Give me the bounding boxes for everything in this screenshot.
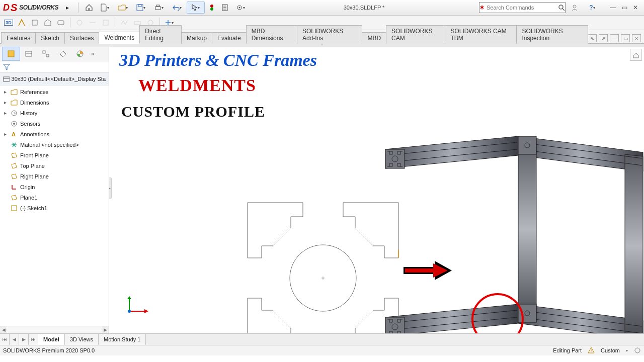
close-button[interactable]: ✕ [630,3,641,12]
svg-line-13 [562,9,565,11]
svg-point-4 [210,5,213,8]
tab-features[interactable]: Features [1,32,36,44]
file-props-icon[interactable] [219,2,231,13]
tree-item-sketch1[interactable]: (-) Sketch1 [0,203,109,213]
rebuild-icon[interactable] [206,2,218,13]
status-mode: Editing Part [553,347,582,353]
svg-rect-56 [518,136,536,154]
end-cap-icon[interactable] [55,17,66,28]
featuremanager-tab-icon[interactable] [2,47,20,61]
open-file-icon[interactable]: ▾ [114,2,131,13]
search-commands[interactable]: ✶ [479,2,566,13]
bottom-tab-3dviews[interactable]: 3D Views [65,334,99,345]
save-icon[interactable]: ▾ [132,2,149,13]
tree-item-right-plane[interactable]: Right Plane [0,171,109,182]
tree-item-material[interactable]: Material <not specified> [0,139,109,150]
tab-nav-prev-icon[interactable]: ◀ [10,334,19,345]
undo-icon[interactable]: ▾ [169,2,186,13]
plane-icon [10,162,18,170]
tab-markup[interactable]: Markup [181,32,212,44]
search-icon[interactable] [558,4,565,11]
tab-mbd[interactable]: MBD [362,32,386,44]
tab-evaluate[interactable]: Evaluate [212,32,247,44]
history-icon [10,109,18,117]
tab-sketch[interactable]: Sketch [35,32,65,44]
funnel-icon [3,63,10,70]
trim-extend-icon[interactable] [29,17,40,28]
search-input[interactable] [485,5,558,11]
options-gear-icon[interactable]: ▾ [232,2,249,13]
bottom-tab-model[interactable]: Model [38,334,65,345]
app-logo: DS SOLIDWORKS [3,2,58,14]
cmd-icon-7[interactable] [87,17,98,28]
tab-cam-tbm[interactable]: SOLIDWORKS CAM TBM [445,25,517,44]
tab-nav-first-icon[interactable]: ⏮ [0,334,10,345]
tab-addins[interactable]: SOLIDWORKS Add-Ins [297,25,362,44]
panel-min-icon[interactable]: — [610,34,619,42]
plane-icon [10,172,18,180]
cmd-icon-8[interactable] [100,17,111,28]
home-view-icon[interactable] [630,49,642,61]
weld-bead-icon[interactable] [74,17,85,28]
tree-item-dimensions[interactable]: ▸Dimensions [0,97,109,108]
svg-point-5 [210,8,213,11]
graphics-area[interactable]: ▸ 3D Printers & CNC Frames WELDMENTS CUS… [109,47,644,333]
svg-marker-41 [518,304,643,333]
3d-weldment-icon[interactable]: 3D [3,17,14,28]
displaymanager-tab-icon[interactable] [71,47,89,60]
tree-filter[interactable] [0,61,109,73]
scroll-right-icon[interactable]: ▶ [102,326,109,333]
dimxpert-tab-icon[interactable] [54,47,71,60]
tab-inspection[interactable]: SOLIDWORKS Inspection [516,25,588,44]
tab-weldments[interactable]: Weldments [99,32,140,44]
manager-more-icon[interactable]: » [89,47,97,60]
minimize-button[interactable]: — [608,3,619,12]
cmd-icon-9[interactable] [119,17,130,28]
panel-btn-2[interactable]: ⬈ [599,34,608,42]
configmanager-tab-icon[interactable] [37,47,54,60]
home-icon[interactable] [83,2,95,13]
menu-dropdown-icon[interactable]: ▸ [61,2,73,13]
panel-btn-1[interactable]: ⬉ [588,34,597,42]
status-warning-icon[interactable] [588,347,595,354]
new-file-icon[interactable]: ▾ [96,2,113,13]
tree-item-plane1[interactable]: Plane1 [0,192,109,203]
panel-max-icon[interactable]: ▭ [621,34,630,42]
structural-member-icon[interactable] [16,17,27,28]
panel-splitter[interactable]: ▸ [109,177,112,199]
gusset-icon[interactable] [42,17,53,28]
tab-surfaces[interactable]: Surfaces [64,32,99,44]
tree-item-origin[interactable]: Origin [0,182,109,192]
status-units[interactable]: Custom [601,347,620,353]
tab-nav-last-icon[interactable]: ⏭ [29,334,38,345]
tab-cam[interactable]: SOLIDWORKS CAM [386,25,445,44]
svg-rect-0 [137,5,143,11]
folder-icon [10,99,18,107]
svg-rect-26 [46,54,49,57]
user-icon[interactable] [569,2,581,13]
panel-close-icon[interactable]: ✕ [632,34,641,42]
tree-item-front-plane[interactable]: Front Plane [0,150,109,160]
axis-triad: x [124,296,149,316]
tab-mbd-dimensions[interactable]: MBD Dimensions [246,25,297,44]
tree-item-sensors[interactable]: Sensors [0,118,109,129]
tree-item-top-plane[interactable]: Top Plane [0,160,109,171]
tab-nav-next-icon[interactable]: ▶ [19,334,29,345]
sidebar-hscroll[interactable]: ◀ ▶ [0,326,109,333]
tree-item-annotations[interactable]: ▸AAnnotations [0,129,109,139]
overlay-title-3: CUSTOM PROFILE [121,103,265,120]
svg-rect-3 [156,5,159,7]
svg-rect-19 [103,20,108,25]
tree-item-references[interactable]: ▸References [0,86,109,97]
help-icon[interactable]: ?▾ [584,2,601,13]
scroll-left-icon[interactable]: ◀ [0,326,7,333]
status-more-icon[interactable] [634,347,641,354]
restore-button[interactable]: ▭ [619,3,630,12]
propertymanager-tab-icon[interactable] [20,47,37,60]
select-tool-icon[interactable]: ▾ [187,2,205,14]
tree-root[interactable]: 30x30 (Default<<Default>_Display Sta [0,73,109,85]
tab-direct-editing[interactable]: Direct Editing [139,25,182,44]
tree-item-history[interactable]: ▸History [0,108,109,118]
print-icon[interactable]: ▾ [150,2,168,13]
bottom-tab-motion[interactable]: Motion Study 1 [99,334,146,345]
